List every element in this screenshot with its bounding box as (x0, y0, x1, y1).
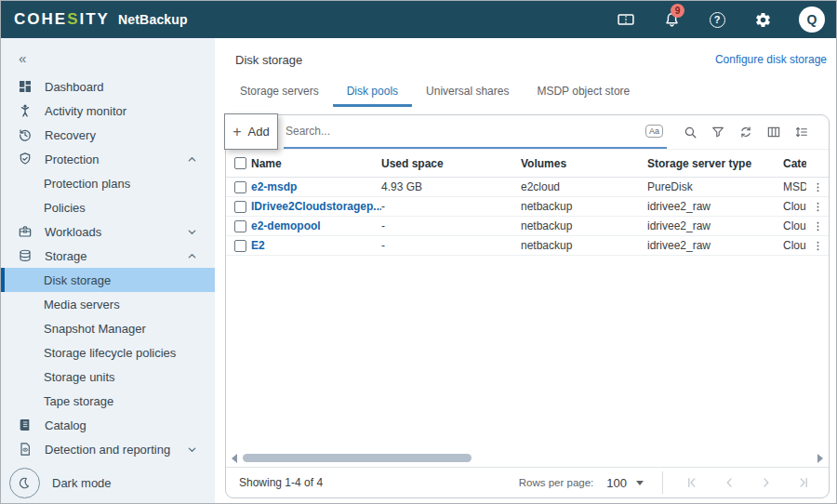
table-row: e2-demopool - netbackup idrivee2_raw Clo… (226, 217, 829, 236)
column-header-name[interactable]: Name (251, 157, 381, 170)
last-page-icon[interactable] (791, 471, 816, 494)
table-header-row: Name Used space Volumes Storage server t… (226, 150, 829, 178)
page-header: Disk storage Configure disk storage (215, 38, 836, 68)
disk-pool-name-link[interactable]: IDrivee2Cloudstoragep... (251, 200, 381, 213)
table-row: e2-msdp 4.93 GB e2cloud PureDisk MSD (226, 178, 829, 197)
chevron-down-icon (187, 444, 197, 455)
sidebar-item-label: Detection and reporting (45, 443, 170, 457)
ticket-icon[interactable] (617, 10, 635, 29)
column-header-used-space[interactable]: Used space (381, 157, 521, 170)
settings-gear-icon[interactable] (753, 10, 772, 29)
plus-icon: + (232, 125, 241, 139)
configure-disk-storage-link[interactable]: Configure disk storage (715, 53, 827, 66)
sidebar-item-tape-storage[interactable]: Tape storage (1, 389, 215, 413)
match-case-icon[interactable]: Aa (645, 125, 663, 138)
disk-pool-name-link[interactable]: e2-demopool (251, 219, 321, 232)
search-input[interactable] (286, 125, 645, 138)
sidebar-item-label: Catalog (45, 418, 86, 432)
sidebar-item-protection-plans[interactable]: Protection plans (1, 171, 215, 195)
search-icon[interactable] (676, 120, 704, 144)
row-checkbox[interactable] (234, 240, 246, 252)
protection-shield-icon (17, 151, 33, 167)
catalog-book-icon (17, 417, 33, 433)
tab-msdp-object-store[interactable]: MSDP object store (523, 77, 644, 107)
product-name: NetBackup (118, 12, 188, 27)
brand-accent-letter: S (67, 10, 79, 28)
scroll-right-icon[interactable] (817, 454, 823, 463)
sidebar-item-detection-and-reporting[interactable]: Detection and reporting (1, 437, 215, 461)
row-checkbox[interactable] (234, 201, 246, 213)
filter-icon[interactable] (704, 120, 732, 144)
tab-universal-shares[interactable]: Universal shares (412, 77, 523, 107)
volumes-cell: e2cloud (521, 180, 647, 193)
help-icon[interactable]: ? (708, 10, 726, 29)
next-page-icon[interactable] (754, 471, 778, 494)
notifications-bell-icon[interactable]: 9 (662, 10, 681, 29)
sidebar-item-label: Policies (44, 201, 86, 215)
activity-monitor-icon (17, 102, 33, 119)
add-button[interactable]: + Add (224, 113, 278, 150)
column-header-volumes[interactable]: Volumes (521, 157, 647, 170)
sidebar-item-policies[interactable]: Policies (1, 195, 215, 219)
sidebar-item-activity-monitor[interactable]: Activity monitor (1, 99, 215, 123)
scrollbar-thumb[interactable] (243, 454, 472, 462)
columns-icon[interactable] (760, 120, 788, 144)
search-field: Aa (284, 115, 667, 149)
display-density-icon[interactable] (788, 120, 816, 144)
sidebar-item-snapshot-manager[interactable]: Snapshot Manager (1, 316, 215, 340)
first-page-icon[interactable] (680, 471, 704, 494)
row-menu-icon[interactable] (812, 181, 824, 193)
sidebar-item-label: Disk storage (44, 273, 111, 287)
sidebar-item-catalog[interactable]: Catalog (1, 413, 215, 437)
top-bar: COHESITY NetBackup 9 ? Q (1, 1, 836, 38)
sidebar-item-label: Storage units (44, 370, 115, 384)
rows-per-page-select[interactable]: 100 (606, 476, 644, 490)
table-row: IDrivee2Cloudstoragep... - netbackup idr… (226, 197, 829, 217)
sidebar-item-label: Workloads (45, 225, 101, 239)
previous-page-icon[interactable] (717, 471, 741, 494)
disk-pool-name-link[interactable]: e2-msdp (251, 180, 297, 193)
sidebar-item-disk-storage[interactable]: Disk storage (1, 268, 215, 292)
footer-divider (662, 471, 663, 494)
sidebar-item-label: Snapshot Manager (44, 322, 146, 336)
sidebar-collapse-icon[interactable]: « (1, 49, 215, 74)
volumes-cell: netbackup (521, 239, 647, 252)
brand-logo: COHESITY NetBackup (14, 10, 188, 29)
user-avatar[interactable]: Q (799, 7, 825, 33)
main-content: Disk storage Configure disk storage Stor… (215, 38, 836, 503)
volumes-cell: netbackup (521, 219, 647, 232)
tab-bar: Storage servers Disk pools Universal sha… (215, 77, 836, 107)
sidebar-item-storage[interactable]: Storage (1, 244, 215, 268)
sidebar-item-label: Recovery (45, 128, 96, 142)
sidebar-item-protection[interactable]: Protection (1, 147, 215, 171)
row-checkbox[interactable] (234, 181, 246, 193)
sidebar-item-recovery[interactable]: Recovery (1, 123, 215, 147)
row-menu-icon[interactable] (812, 240, 824, 252)
dark-mode-toggle[interactable]: Dark mode (9, 468, 112, 498)
column-header-storage-server-type[interactable]: Storage server type (647, 157, 783, 170)
sidebar-item-label: Tape storage (44, 394, 113, 408)
sidebar-item-workloads[interactable]: Workloads (1, 219, 215, 244)
detection-report-icon (17, 441, 33, 458)
pagination-controls (680, 471, 816, 494)
row-checkbox[interactable] (234, 220, 246, 232)
scrollbar-track[interactable] (242, 454, 813, 462)
category-cell: Clou (783, 200, 806, 213)
sidebar-item-storage-units[interactable]: Storage units (1, 365, 215, 389)
select-all-checkbox[interactable] (234, 157, 246, 169)
sidebar-item-dashboard[interactable]: Dashboard (1, 74, 215, 99)
tab-disk-pools[interactable]: Disk pools (333, 77, 412, 107)
app-window: COHESITY NetBackup 9 ? Q « (0, 0, 837, 504)
sidebar-item-storage-lifecycle-policies[interactable]: Storage lifecycle policies (1, 340, 215, 365)
disk-pool-name-link[interactable]: E2 (251, 239, 265, 252)
row-menu-icon[interactable] (812, 220, 824, 232)
refresh-icon[interactable] (732, 120, 760, 144)
sidebar-item-media-servers[interactable]: Media servers (1, 292, 215, 316)
tab-storage-servers[interactable]: Storage servers (226, 77, 333, 107)
showing-count-label: Showing 1-4 of 4 (239, 476, 323, 489)
row-menu-icon[interactable] (812, 201, 824, 213)
sidebar-item-label: Activity monitor (45, 104, 126, 118)
scroll-left-icon[interactable] (232, 454, 237, 463)
page-title: Disk storage (235, 53, 302, 67)
column-header-category[interactable]: Categ (783, 157, 806, 170)
